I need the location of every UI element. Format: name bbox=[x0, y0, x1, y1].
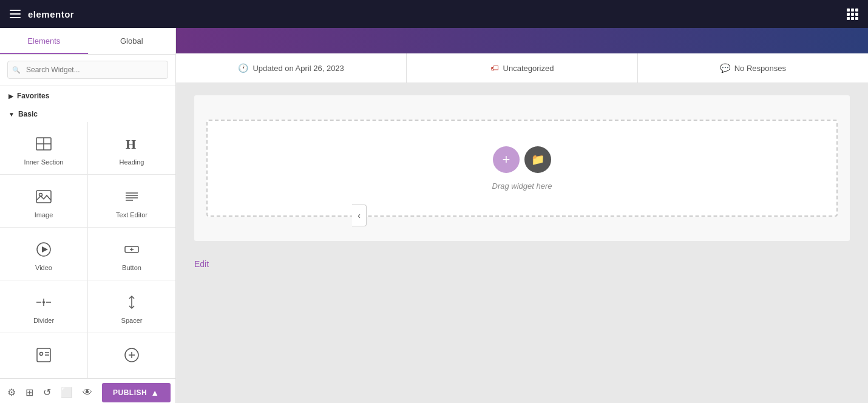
svg-point-22 bbox=[40, 353, 43, 356]
tab-elements[interactable]: Elements bbox=[0, 28, 88, 54]
widget10-icon bbox=[121, 344, 143, 366]
widget-10[interactable] bbox=[88, 333, 175, 378]
video-icon bbox=[33, 239, 55, 260]
text-editor-icon bbox=[121, 186, 143, 208]
hamburger-icon[interactable] bbox=[10, 10, 21, 18]
drop-zone-icons: + 📁 bbox=[493, 146, 551, 173]
tab-global[interactable]: Global bbox=[88, 28, 176, 54]
sidebar-tabs: Elements Global bbox=[0, 28, 175, 55]
meta-responses-text: No Responses bbox=[734, 64, 786, 73]
meta-category: 🏷 Uncategorized bbox=[407, 53, 637, 83]
canvas-content: + 📁 Drag widget here Edit bbox=[176, 83, 868, 282]
inner-section-icon bbox=[33, 133, 55, 155]
basic-label: Basic bbox=[18, 110, 38, 118]
widget-grid: Inner Section H Heading bbox=[0, 122, 175, 378]
favorites-section[interactable]: ▶ Favorites bbox=[0, 86, 175, 104]
widget9-icon bbox=[33, 344, 55, 366]
sidebar: Elements Global ▶ Favorites ▼ Basic bbox=[0, 28, 176, 403]
svg-rect-4 bbox=[36, 191, 51, 203]
svg-text:H: H bbox=[126, 137, 136, 152]
divider-icon bbox=[33, 291, 55, 313]
meta-updated-text: Updated on April 26, 2023 bbox=[253, 64, 344, 73]
widget-image[interactable]: Image bbox=[0, 175, 87, 227]
responsive-icon[interactable]: ⬜ bbox=[61, 387, 73, 398]
publish-chevron-icon: ▲ bbox=[151, 388, 159, 398]
layers-icon[interactable]: ⊞ bbox=[25, 387, 33, 398]
toggle-panel-button[interactable]: ‹ bbox=[352, 205, 367, 226]
search-input[interactable] bbox=[7, 61, 168, 79]
widget-inner-section-label: Inner Section bbox=[24, 158, 64, 166]
widget-button[interactable]: Button bbox=[88, 228, 175, 280]
top-bar: elementor bbox=[0, 0, 868, 28]
add-widget-button[interactable]: + bbox=[493, 146, 520, 173]
favorites-label: Favorites bbox=[17, 92, 49, 100]
drop-zone-text: Drag widget here bbox=[492, 181, 552, 191]
sidebar-search bbox=[0, 55, 175, 86]
edit-link[interactable]: Edit bbox=[194, 259, 209, 269]
spacer-icon bbox=[121, 291, 143, 313]
sidebar-bottom-bar: ⚙ ⊞ ↺ ⬜ 👁 PUBLISH ▲ bbox=[0, 378, 175, 403]
meta-updated: 🕐 Updated on April 26, 2023 bbox=[176, 53, 407, 83]
widget-video-label: Video bbox=[35, 264, 52, 271]
button-icon bbox=[121, 239, 143, 260]
apps-grid-icon[interactable] bbox=[847, 8, 858, 20]
basic-section[interactable]: ▼ Basic bbox=[0, 104, 175, 122]
brand-name: elementor bbox=[28, 9, 74, 19]
svg-point-15 bbox=[42, 301, 45, 303]
widget-spacer[interactable]: Spacer bbox=[88, 280, 175, 333]
history-icon[interactable]: ↺ bbox=[43, 387, 51, 398]
canvas-area: ‹ 🕐 Updated on April 26, 2023 🏷 Uncatego… bbox=[176, 28, 868, 403]
post-meta-bar: 🕐 Updated on April 26, 2023 🏷 Uncategori… bbox=[176, 53, 868, 83]
clock-icon: 🕐 bbox=[238, 63, 248, 73]
widget-video[interactable]: Video bbox=[0, 228, 87, 280]
drop-zone-container: + 📁 Drag widget here bbox=[194, 95, 850, 241]
widget-spacer-label: Spacer bbox=[121, 317, 143, 324]
widget-text-editor-label: Text Editor bbox=[116, 211, 147, 218]
top-bar-left: elementor bbox=[10, 9, 74, 19]
svg-marker-11 bbox=[42, 246, 48, 252]
eye-icon[interactable]: 👁 bbox=[83, 387, 92, 398]
widget-heading-label: Heading bbox=[120, 158, 144, 166]
canvas-banner bbox=[176, 28, 868, 53]
main-layout: Elements Global ▶ Favorites ▼ Basic bbox=[0, 28, 868, 403]
folder-button[interactable]: 📁 bbox=[524, 146, 551, 173]
widget-text-editor[interactable]: Text Editor bbox=[88, 175, 175, 227]
tag-icon: 🏷 bbox=[490, 63, 499, 73]
basic-arrow-icon: ▼ bbox=[8, 111, 15, 118]
heading-icon: H bbox=[121, 133, 143, 155]
favorites-arrow-icon: ▶ bbox=[8, 93, 13, 100]
drop-zone[interactable]: + 📁 Drag widget here bbox=[206, 120, 838, 217]
publish-button[interactable]: PUBLISH ▲ bbox=[102, 383, 171, 402]
widget-divider[interactable]: Divider bbox=[0, 280, 87, 333]
widget-button-label: Button bbox=[122, 264, 141, 271]
search-wrap bbox=[7, 61, 168, 79]
widget-image-label: Image bbox=[35, 211, 53, 218]
meta-category-text: Uncategorized bbox=[503, 64, 554, 73]
widget-heading[interactable]: H Heading bbox=[88, 122, 175, 174]
settings-icon[interactable]: ⚙ bbox=[7, 387, 16, 398]
widget-divider-label: Divider bbox=[33, 317, 54, 324]
meta-responses: 💬 No Responses bbox=[638, 53, 868, 83]
widget-inner-section[interactable]: Inner Section bbox=[0, 122, 87, 174]
image-icon bbox=[33, 186, 55, 208]
chat-icon: 💬 bbox=[720, 63, 730, 73]
widget-9[interactable] bbox=[0, 333, 87, 378]
